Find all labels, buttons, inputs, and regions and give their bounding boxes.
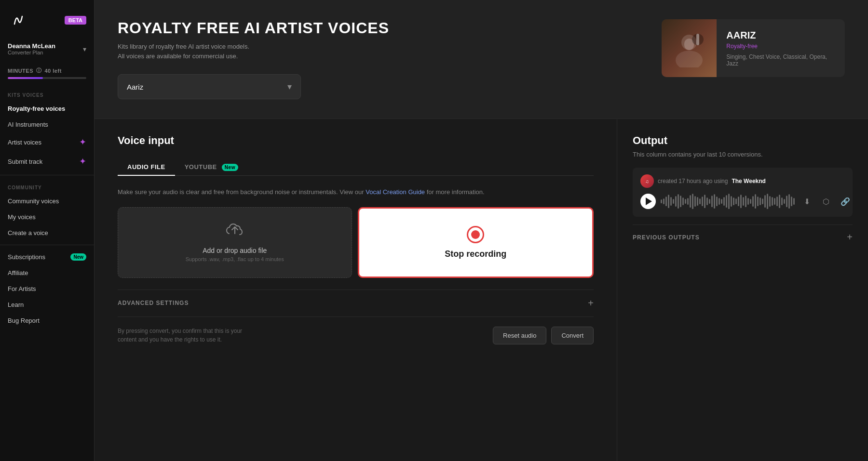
waveform-bar <box>747 198 749 205</box>
waveform-bar <box>793 198 795 205</box>
sidebar-item-label: Bug Report <box>8 317 40 324</box>
youtube-new-badge: New <box>222 164 238 171</box>
sidebar-item-learn[interactable]: Learn <box>0 297 94 313</box>
tab-youtube[interactable]: YOUTUBE New <box>175 158 248 175</box>
new-badge: New <box>70 253 86 261</box>
sidebar-item-label: Royalty-free voices <box>8 105 65 112</box>
waveform-bar <box>714 194 715 209</box>
sidebar-item-label: Submit track <box>8 158 42 165</box>
previous-outputs-bar[interactable]: PREVIOUS OUTPUTS + <box>633 224 853 250</box>
app-logo <box>8 10 29 31</box>
waveform-bar <box>663 198 665 204</box>
waveform-bar <box>781 198 783 205</box>
artist-image-svg <box>670 29 708 67</box>
sidebar-item-affiliate[interactable]: Affiliate <box>0 265 94 281</box>
play-button[interactable] <box>640 194 656 209</box>
user-menu[interactable]: Deanna McLean Converter Plan ▾ <box>0 39 94 63</box>
stop-recording-label: Stop recording <box>445 249 506 259</box>
waveform <box>661 193 795 210</box>
minutes-bar-fill <box>8 77 43 79</box>
confirm-text: By pressing convert, you confirm that th… <box>118 327 253 344</box>
sidebar-item-label: Community voices <box>8 198 59 205</box>
sidebar-item-community-voices[interactable]: Community voices <box>0 193 94 209</box>
sidebar-item-ai-instruments[interactable]: AI Instruments <box>0 117 94 132</box>
output-avatar: ♫ <box>640 174 654 188</box>
waveform-bar <box>665 197 667 206</box>
waveform-bar <box>726 195 727 208</box>
prev-outputs-expand-icon: + <box>847 232 853 243</box>
stop-recording-box[interactable]: Stop recording <box>358 207 594 278</box>
sidebar-item-label: Learn <box>8 301 24 308</box>
waveform-bar <box>706 198 708 205</box>
waveform-bar <box>709 199 710 204</box>
waveform-bar <box>716 197 718 206</box>
waveform-bar <box>711 196 713 207</box>
waveform-bar <box>745 196 746 207</box>
sidebar-item-for-artists[interactable]: For Artists <box>0 281 94 297</box>
sidebar-item-label: My voices <box>8 213 36 221</box>
waveform-bar <box>721 199 722 204</box>
download-button[interactable]: ⬇ <box>800 194 814 209</box>
upload-dropzone[interactable]: Add or drop audio file Supports .wav, .m… <box>118 207 352 278</box>
plus-icon: + <box>588 298 594 309</box>
waveform-bar <box>668 195 669 208</box>
sidebar-item-create-a-voice[interactable]: Create a voice <box>0 225 94 241</box>
divider-1 <box>0 175 94 175</box>
share-button[interactable]: ⬡ <box>819 194 833 209</box>
waveform-bar <box>680 196 681 207</box>
waveform-bar <box>678 194 679 209</box>
sidebar-item-my-voices[interactable]: My voices <box>0 209 94 225</box>
sidebar-item-royalty-free-voices[interactable]: Royalty-free voices <box>0 101 94 117</box>
hero-subtitle: Kits library of royalty free AI artist v… <box>118 42 662 61</box>
waveform-bar <box>767 194 768 209</box>
waveform-bar <box>704 195 705 208</box>
sidebar-item-bug-report[interactable]: Bug Report <box>0 313 94 329</box>
waveform-bar <box>670 197 672 206</box>
convert-button[interactable]: Convert <box>551 327 594 344</box>
chevron-down-icon-select: ▾ <box>287 81 292 92</box>
sidebar-item-artist-voices[interactable]: Artist voices ✦ <box>0 132 94 152</box>
waveform-bar <box>690 195 691 208</box>
upload-hint: Make sure your audio is clear and free f… <box>118 187 594 198</box>
voice-select-dropdown[interactable]: Aariz ▾ <box>118 74 301 99</box>
sidebar-item-label: Subscriptions <box>8 253 45 261</box>
info-icon: ⓘ <box>36 67 42 74</box>
waveform-bar <box>697 197 698 206</box>
sidebar-item-label: For Artists <box>8 285 36 292</box>
waveform-bar <box>769 196 771 207</box>
hero-left: ROYALTY FREE AI ARTIST VOICES Kits libra… <box>118 19 662 99</box>
reset-audio-button[interactable]: Reset audio <box>493 327 546 344</box>
sidebar-item-submit-track[interactable]: Submit track ✦ <box>0 152 94 171</box>
waveform-bar <box>738 197 739 206</box>
output-item: ♫ created 17 hours ago using The Weeknd … <box>633 168 853 217</box>
advanced-settings-bar[interactable]: ADVANCED SETTINGS + <box>118 290 594 317</box>
voice-card: AARIZ Royalty-free Singing, Chest Voice,… <box>662 19 845 77</box>
waveform-bar <box>774 198 775 205</box>
tab-audio-file[interactable]: AUDIO FILE <box>118 158 175 175</box>
waveform-bar <box>755 194 756 209</box>
sidebar-item-subscriptions[interactable]: Subscriptions New <box>0 249 94 265</box>
output-panel: Output This column contains your last 10… <box>617 119 868 461</box>
community-section-label: COMMUNITY <box>0 179 94 193</box>
waveform-bar <box>733 198 734 205</box>
minutes-label: MINUTES <box>8 68 33 74</box>
waveform-bar <box>687 198 689 205</box>
waveform-bar <box>702 197 703 206</box>
user-name: Deanna McLean <box>8 42 55 50</box>
beta-badge: BETA <box>65 16 86 25</box>
lower-section: Voice input AUDIO FILE YOUTUBE New Make … <box>95 119 868 461</box>
link-button[interactable]: 🔗 <box>838 194 853 209</box>
minutes-count: 40 left <box>45 68 62 74</box>
waveform-bar <box>762 198 763 204</box>
advanced-settings-label: ADVANCED SETTINGS <box>118 300 189 306</box>
waveform-bar <box>740 195 742 208</box>
voice-card-tag: Royalty-free <box>726 43 835 50</box>
waveform-bar <box>760 198 761 205</box>
kits-voices-section-label: KITS VOICES <box>0 87 94 101</box>
waveform-bar <box>743 197 744 206</box>
vocal-guide-link[interactable]: Vocal Creation Guide <box>366 188 425 196</box>
waveform-bar <box>735 198 737 204</box>
hero-title: ROYALTY FREE AI ARTIST VOICES <box>118 19 662 37</box>
waveform-bar <box>757 197 759 206</box>
waveform-bar <box>694 196 696 207</box>
